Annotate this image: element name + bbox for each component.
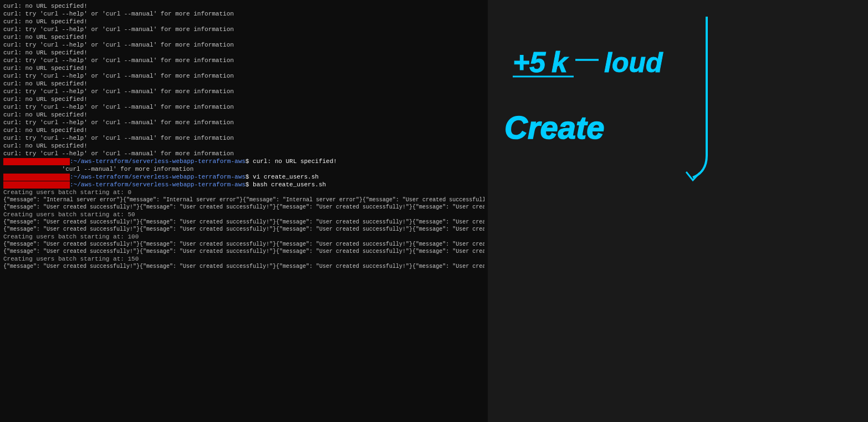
prompt-line-3: :~/aws-terraform/serverless-webapp-terra…	[3, 181, 484, 189]
redacted-username-3	[3, 181, 70, 189]
redacted-username-2	[3, 174, 70, 181]
svg-text:+5: +5	[513, 46, 546, 78]
vi-command: $ vi create_users.sh	[246, 174, 319, 180]
batch-start-50: Creating users batch starting at: 50	[3, 211, 484, 218]
curl-error-1: curl: no URL specified!	[3, 2, 484, 10]
terminal-path-2: :~/aws-terraform/serverless-webapp-terra…	[70, 174, 246, 180]
curl-error-8: curl: no URL specified!	[3, 111, 484, 119]
terminal-panel: curl: no URL specified! curl: try 'curl …	[0, 0, 488, 422]
prompt-line-1: :~/aws-terraform/serverless-webapp-terra…	[3, 157, 484, 165]
curl-help-5: curl: try 'curl --help' or 'curl --manua…	[3, 72, 484, 80]
batch-start-150: Creating users batch starting at: 150	[3, 255, 484, 263]
curl-help-2: curl: try 'curl --help' or 'curl --manua…	[3, 26, 484, 33]
curl-help-3: curl: try 'curl --help' or 'curl --manua…	[3, 41, 484, 49]
curl-cmd-output: $ curl: no URL specified!	[246, 158, 337, 165]
annotation-drawing: +5 k loud Create	[488, 0, 868, 422]
batch-50-output: {"message": "User created successfully!"…	[3, 218, 484, 226]
batch-start-0: Creating users batch starting at: 0	[3, 189, 484, 196]
terminal-path-1: :~/aws-terraform/serverless-webapp-terra…	[70, 158, 246, 165]
curl-error-9: curl: no URL specified!	[3, 126, 484, 134]
svg-text:loud: loud	[604, 47, 663, 78]
batch-0-output: {"message": "Internal server error"}{"me…	[3, 196, 484, 204]
redacted-username	[3, 158, 70, 165]
curl-error-3: curl: no URL specified!	[3, 33, 484, 41]
batch-100-output: {"message": "User created successfully!"…	[3, 241, 484, 248]
curl-error-2: curl: no URL specified!	[3, 18, 484, 26]
curl-help-1: curl: try 'curl --help' or 'curl --manua…	[3, 10, 484, 18]
curl-help-6: curl: try 'curl --help' or 'curl --manua…	[3, 88, 484, 95]
curl-error-4: curl: no URL specified!	[3, 49, 484, 57]
curl-help-8: curl: try 'curl --help' or 'curl --manua…	[3, 119, 484, 126]
svg-text:k: k	[552, 46, 569, 78]
curl-error-6: curl: no URL specified!	[3, 80, 484, 88]
batch-50-output-2: {"message": "User created successfully!"…	[3, 226, 484, 233]
curl-help-4: curl: try 'curl --help' or 'curl --manua…	[3, 57, 484, 64]
curl-error-10: curl: no URL specified!	[3, 142, 484, 150]
prompt-line-2: :~/aws-terraform/serverless-webapp-terra…	[3, 173, 484, 181]
bash-command: $ bash create_users.sh	[246, 181, 326, 188]
batch-150-output: {"message": "User created successfully!"…	[3, 263, 484, 270]
curl-help-10: curl: try 'curl --help' or 'curl --manua…	[3, 150, 484, 157]
batch-start-100: Creating users batch starting at: 100	[3, 233, 484, 241]
curl-error-5: curl: no URL specified!	[3, 64, 484, 72]
terminal-path-3: :~/aws-terraform/serverless-webapp-terra…	[70, 181, 246, 188]
curl-manual-line: 'curl --manual' for more information	[3, 165, 484, 173]
curl-error-7: curl: no URL specified!	[3, 95, 484, 103]
batch-0-output-2: {"message": "User created successfully!"…	[3, 204, 484, 211]
curl-help-9: curl: try 'curl --help' or 'curl --manua…	[3, 134, 484, 142]
curl-help-7: curl: try 'curl --help' or 'curl --manua…	[3, 103, 484, 111]
svg-text:Create: Create	[504, 109, 605, 145]
annotation-panel: +5 k loud Create	[488, 0, 868, 422]
batch-100-output-2: {"message": "User created successfully!"…	[3, 248, 484, 255]
